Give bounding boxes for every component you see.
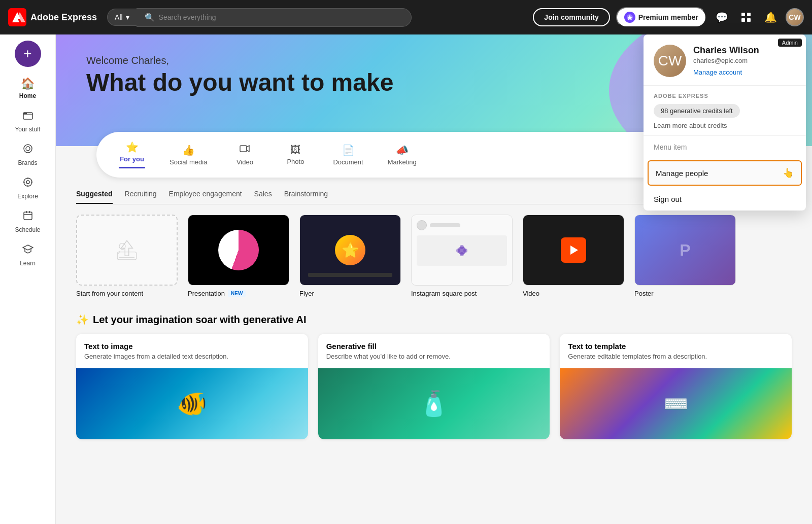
- app-title: Adobe Express: [30, 12, 97, 23]
- apps-icon-button[interactable]: [737, 8, 755, 26]
- search-filter-dropdown[interactable]: All ▾: [107, 9, 137, 26]
- menu-item-label: Menu item: [644, 136, 806, 158]
- user-avatar-button[interactable]: CW: [786, 8, 804, 26]
- ai-card-text-to-template[interactable]: Text to template Generate editable templ…: [560, 334, 792, 439]
- avatar-initials: CW: [658, 53, 682, 69]
- learn-icon: [22, 243, 33, 258]
- learn-credits-link[interactable]: Learn more about credits: [654, 122, 796, 135]
- ai-colorful-image: ⌨️: [560, 368, 792, 439]
- template-card[interactable]: Instagram square post: [411, 215, 513, 297]
- home-icon: 🏠: [21, 77, 35, 90]
- filter-tab-recruiting[interactable]: Recruiting: [125, 190, 157, 204]
- sidebar-item-brands[interactable]: Brands: [5, 139, 51, 170]
- filter-tab-employee-engagement[interactable]: Employee engagement: [169, 190, 242, 204]
- svg-rect-6: [741, 18, 745, 22]
- plus-icon: +: [23, 47, 31, 61]
- svg-rect-4: [741, 13, 745, 16]
- hero-headline: What do you want to make: [86, 68, 393, 96]
- template-card[interactable]: Start from your content: [76, 215, 178, 297]
- sidebar-item-home[interactable]: 🏠 Home: [5, 73, 51, 103]
- tab-social-media[interactable]: 👍 Social media: [157, 139, 219, 171]
- ai-card-content: Text to image Generate images from a det…: [76, 334, 308, 368]
- template-card[interactable]: ⭐ Flyer: [299, 215, 401, 297]
- filter-tab-sales[interactable]: Sales: [254, 190, 272, 204]
- ai-card-desc: Generate images from a detailed text des…: [84, 353, 300, 360]
- ai-card-title: Text to template: [568, 342, 784, 351]
- star-tab-icon: ⭐: [126, 141, 139, 153]
- tab-label: Marketing: [388, 158, 417, 166]
- template-thumbnail: [523, 215, 624, 286]
- top-navigation: Adobe Express All ▾ 🔍 Join community Pre…: [0, 0, 812, 34]
- tab-label: Social media: [170, 158, 207, 166]
- profile-dropdown: Admin CW Charles Wilson charles@epic.com…: [644, 34, 806, 211]
- ai-card-content: Text to template Generate editable templ…: [560, 334, 792, 368]
- create-button[interactable]: +: [15, 41, 41, 67]
- ai-icon: ✨: [76, 313, 89, 326]
- document-tab-icon: 📄: [342, 144, 355, 156]
- template-card[interactable]: Presentation NEW: [188, 215, 289, 297]
- svg-rect-9: [23, 113, 27, 114]
- schedule-icon: [22, 210, 33, 224]
- new-badge: NEW: [228, 290, 246, 297]
- video-tab-icon: [240, 144, 250, 156]
- manage-people-menu-item[interactable]: Manage people 👆: [648, 160, 802, 186]
- ai-card-generative-fill[interactable]: Generative fill Describe what you'd like…: [318, 334, 550, 439]
- template-grid: Start from your content Presentation NEW: [76, 215, 792, 301]
- insta-avatar: [417, 220, 427, 230]
- template-card[interactable]: Video: [523, 215, 624, 297]
- video-thumbnail: [523, 215, 624, 285]
- manage-people-label: Manage people: [656, 169, 708, 178]
- tab-photo[interactable]: 🖼 Photo: [270, 139, 321, 170]
- sidebar-item-your-stuff[interactable]: Your stuff: [5, 106, 51, 137]
- sidebar-item-label: Your stuff: [15, 126, 40, 133]
- sidebar-item-schedule[interactable]: Schedule: [5, 206, 51, 237]
- chat-icon-button[interactable]: 💬: [713, 8, 731, 26]
- filter-tab-brainstorming[interactable]: Brainstorming: [284, 190, 328, 204]
- tab-video[interactable]: Video: [219, 138, 270, 171]
- sidebar-item-explore[interactable]: Explore: [5, 172, 51, 204]
- flyer-line: [308, 273, 392, 277]
- tab-label: Document: [333, 158, 363, 166]
- tab-document[interactable]: 📄 Document: [321, 139, 375, 171]
- svg-marker-22: [23, 245, 33, 250]
- ae-section-label: ADOBE EXPRESS: [654, 93, 796, 99]
- ocean-emoji: 🐠: [177, 390, 207, 418]
- premium-member-button[interactable]: Premium member: [616, 7, 706, 27]
- svg-point-28: [460, 245, 464, 249]
- ai-card-text-to-image[interactable]: Text to image Generate images from a det…: [76, 334, 308, 439]
- tab-marketing[interactable]: 📣 Marketing: [376, 139, 429, 171]
- svg-rect-18: [24, 212, 32, 220]
- ai-title-text: Let your imagination soar with generativ…: [93, 314, 306, 326]
- tab-for-you[interactable]: ⭐ For you: [107, 136, 157, 173]
- folder-icon: [22, 110, 33, 124]
- join-community-button[interactable]: Join community: [533, 8, 610, 26]
- nav-right: Join community Premium member 💬 🔔 CW: [533, 7, 804, 27]
- sidebar-item-learn[interactable]: Learn: [5, 239, 51, 271]
- sign-out-menu-item[interactable]: Sign out: [644, 188, 806, 211]
- sign-out-label: Sign out: [654, 195, 682, 203]
- explore-icon: [22, 177, 33, 191]
- ai-cards-grid: Text to image Generate images from a det…: [76, 334, 792, 439]
- search-icon: 🔍: [145, 13, 155, 22]
- ai-section: ✨ Let your imagination soar with generat…: [56, 313, 812, 456]
- template-title: Start from your content: [76, 290, 178, 297]
- ai-bottle-image: 🧴: [318, 368, 550, 439]
- filter-tab-suggested[interactable]: Suggested: [76, 190, 113, 204]
- photo-tab-icon: 🖼: [290, 144, 300, 156]
- manage-account-link[interactable]: Manage account: [693, 68, 742, 76]
- template-thumbnail: [76, 215, 178, 286]
- hero-welcome: Welcome Charles,: [86, 55, 393, 66]
- sidebar-item-label: Learn: [20, 260, 36, 267]
- cursor-icon: 👆: [783, 167, 794, 179]
- template-card[interactable]: P Poster: [634, 215, 736, 297]
- bottle-emoji: 🧴: [419, 390, 449, 418]
- insta-username: [430, 223, 460, 227]
- profile-avatar: CW: [654, 45, 686, 77]
- play-icon: [567, 244, 580, 256]
- template-thumbnail: ⭐: [299, 215, 401, 286]
- notifications-icon-button[interactable]: 🔔: [761, 8, 780, 26]
- sidebar-item-label: Schedule: [15, 226, 40, 233]
- search-input[interactable]: [159, 13, 403, 21]
- insta-content: [417, 235, 507, 266]
- profile-header: CW Charles Wilson charles@epic.com Manag…: [644, 34, 806, 86]
